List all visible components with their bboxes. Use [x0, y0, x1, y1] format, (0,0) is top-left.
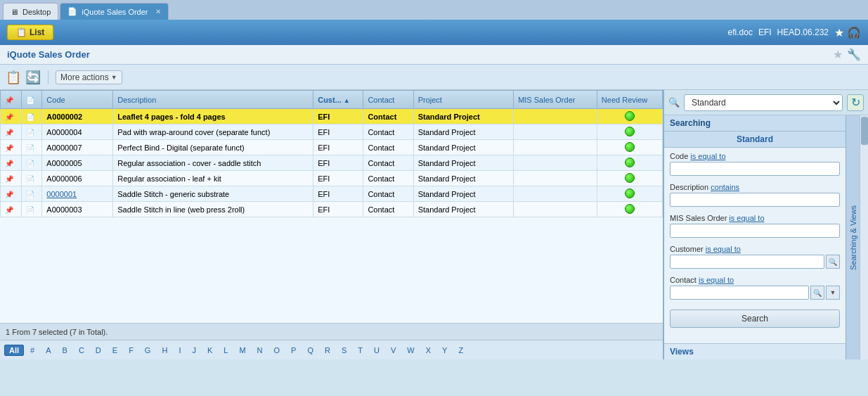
- table-row[interactable]: 📌 📄 A0000005 Regular association - cover…: [1, 155, 663, 171]
- col-header-contact[interactable]: Contact: [363, 91, 413, 109]
- field-group-code: Code is equal to: [670, 152, 840, 176]
- col-header-customer[interactable]: Cust... ▲: [313, 91, 363, 109]
- pagination-btn-l[interactable]: L: [219, 345, 233, 356]
- star-icon[interactable]: ★: [834, 26, 844, 39]
- more-actions-button[interactable]: More actions ▼: [56, 70, 122, 84]
- status-text: 1 From 7 selected (7 in Total).: [6, 328, 108, 336]
- tab-iquote[interactable]: 📄 iQuote Sales Order ✕: [60, 3, 168, 20]
- efi-text: EFI: [758, 27, 772, 37]
- table-row[interactable]: 📌 📄 A0000004 Pad with wrap-around cover …: [1, 124, 663, 140]
- pagination-btn-u[interactable]: U: [369, 345, 384, 356]
- pagination-btn-z[interactable]: Z: [453, 345, 468, 356]
- pagination-btn-o[interactable]: O: [269, 345, 285, 356]
- title-star-icon[interactable]: ★: [833, 48, 843, 61]
- refresh-button[interactable]: ↻: [847, 94, 864, 111]
- tab-desktop[interactable]: 🖥 Desktop: [3, 3, 58, 20]
- toolbar-icon-2[interactable]: 🔄: [25, 70, 41, 85]
- right-scrollbar[interactable]: [860, 115, 868, 359]
- views-section: Views: [664, 343, 846, 359]
- row-pin: 📌: [1, 155, 22, 171]
- side-tab[interactable]: Searching & Views: [846, 115, 860, 359]
- row-code[interactable]: 0000001: [42, 186, 113, 202]
- row-pin: 📌: [1, 186, 22, 202]
- pagination-btn-#[interactable]: #: [25, 345, 39, 356]
- pagination-bar: All#ABCDEFGHIJKLMNOPQRSTUVWXYZ: [0, 340, 663, 359]
- app-title-bar: iQuote Sales Order ★ 🔧: [0, 45, 868, 65]
- field-input-customer[interactable]: [670, 255, 824, 269]
- row-customer: EFI: [313, 186, 363, 202]
- field-label-customer: Customer is equal to: [670, 245, 840, 253]
- list-button[interactable]: 📋 List: [7, 25, 53, 40]
- pagination-btn-g[interactable]: G: [140, 345, 156, 356]
- field-link-code[interactable]: is equal to: [690, 152, 725, 160]
- pagination-btn-i[interactable]: I: [174, 345, 186, 356]
- green-dot-icon: [625, 189, 635, 198]
- col-header-review[interactable]: Need Review: [597, 91, 662, 109]
- pagination-btn-b[interactable]: B: [58, 345, 72, 356]
- toolbar-icon-1[interactable]: 📋: [6, 70, 21, 85]
- pagination-btn-p[interactable]: P: [286, 345, 301, 356]
- table-row[interactable]: 📌 📄 A0000007 Perfect Bind - Digital (sep…: [1, 140, 663, 155]
- pagination-btn-f[interactable]: F: [124, 345, 138, 356]
- pagination-btn-all[interactable]: All: [4, 345, 24, 356]
- pagination-btn-a[interactable]: A: [41, 345, 56, 356]
- pagination-btn-v[interactable]: V: [386, 345, 401, 356]
- field-input-mis_sales_order[interactable]: [670, 224, 840, 238]
- pagination-btn-r[interactable]: R: [320, 345, 335, 356]
- pagination-btn-t[interactable]: T: [353, 345, 368, 356]
- top-bar: 📋 List efi.doc EFI HEAD.06.232 ★ 🎧: [0, 20, 868, 45]
- title-tools-icon[interactable]: 🔧: [847, 48, 861, 61]
- col-header-mis[interactable]: MIS Sales Order: [514, 91, 597, 109]
- pagination-btn-m[interactable]: M: [234, 345, 250, 356]
- pagination-btn-c[interactable]: C: [74, 345, 89, 356]
- pagination-btn-k[interactable]: K: [202, 345, 217, 356]
- col-header-doc[interactable]: 📄: [21, 91, 42, 109]
- pagination-btn-h[interactable]: H: [157, 345, 172, 356]
- row-review: [597, 171, 662, 186]
- pagination-btn-e[interactable]: E: [108, 345, 122, 356]
- browser-tabs: 🖥 Desktop 📄 iQuote Sales Order ✕: [0, 0, 868, 20]
- headset-icon[interactable]: 🎧: [847, 26, 861, 39]
- field-input-description[interactable]: [670, 193, 840, 207]
- pagination-btn-y[interactable]: Y: [437, 345, 452, 356]
- magnify-small-icon: 🔍: [829, 258, 837, 266]
- pagination-btn-d[interactable]: D: [91, 345, 106, 356]
- field-search-btn-contact[interactable]: 🔍: [810, 286, 824, 300]
- row-project: Standard Project: [413, 171, 513, 186]
- field-link-description[interactable]: contains: [711, 183, 739, 191]
- pagination-btn-x[interactable]: X: [421, 345, 436, 356]
- pagination-btn-n[interactable]: N: [252, 345, 268, 356]
- row-description: Perfect Bind - Digital (separate funct): [113, 140, 313, 155]
- field-label-mis_sales_order: MIS Sales Order is equal to: [670, 214, 840, 222]
- tab-close-icon[interactable]: ✕: [155, 8, 161, 15]
- list-icon: 📋: [16, 27, 27, 37]
- pagination-btn-s[interactable]: S: [337, 345, 351, 356]
- table-row[interactable]: 📌 📄 A0000003 Saddle Stitch in line (web …: [1, 202, 663, 217]
- field-link-mis_sales_order[interactable]: is equal to: [729, 214, 764, 222]
- col-header-pin[interactable]: 📌: [1, 91, 22, 109]
- field-label-code: Code is equal to: [670, 152, 840, 160]
- row-mis: [514, 171, 597, 186]
- pagination-btn-q[interactable]: Q: [302, 345, 318, 356]
- search-button[interactable]: Search: [670, 309, 840, 328]
- field-search-btn-customer[interactable]: 🔍: [826, 255, 840, 269]
- pagination-btn-w[interactable]: W: [402, 345, 419, 356]
- field-input-contact[interactable]: [670, 286, 809, 300]
- field-dropdown-btn-contact[interactable]: ▼: [826, 286, 840, 300]
- col-header-code[interactable]: Code: [42, 91, 113, 109]
- row-pin: 📌: [1, 171, 22, 186]
- table-row[interactable]: 📌 📄 A0000006 Regular association - leaf …: [1, 171, 663, 186]
- toolbar-separator: [48, 70, 48, 84]
- table-row[interactable]: 📌 📄 A0000002 Leaflet 4 pages - fold 4 pa…: [1, 109, 663, 124]
- search-combo[interactable]: Standard: [684, 94, 843, 111]
- field-input-code[interactable]: [670, 162, 840, 176]
- searching-title: Searching: [664, 115, 846, 132]
- table-row[interactable]: 📌 📄 0000001 Saddle Stitch - generic subs…: [1, 186, 663, 202]
- field-link-customer[interactable]: is equal to: [706, 245, 741, 253]
- col-header-project[interactable]: Project: [413, 91, 513, 109]
- field-link-contact[interactable]: is equal to: [699, 276, 734, 284]
- row-description: Saddle Stitch in line (web press 2roll): [113, 202, 313, 217]
- col-header-description[interactable]: Description: [113, 91, 313, 109]
- row-doc: 📄: [21, 171, 42, 186]
- pagination-btn-j[interactable]: J: [187, 345, 201, 356]
